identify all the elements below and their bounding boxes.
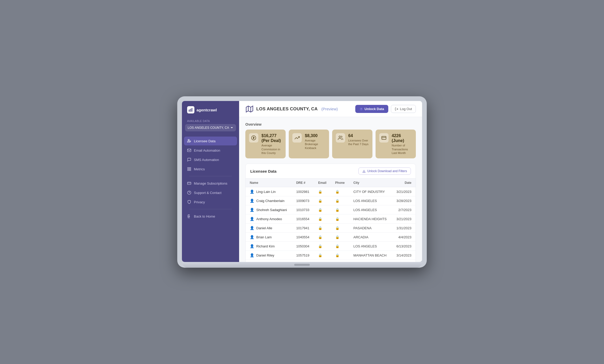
licensee-table: Name DRE # Email Phone City Date 👤 Li xyxy=(246,179,416,262)
unlock-data-button[interactable]: Unlock Data xyxy=(355,105,388,113)
credit-card-icon xyxy=(187,181,191,185)
logo-icon xyxy=(187,106,194,113)
person-icon: 👤 xyxy=(250,217,254,221)
stat-card-commission: $16,277 (Per Deal) Average Commission in… xyxy=(245,130,286,158)
stat-licensees-value: 64 xyxy=(348,133,369,138)
nav-divider xyxy=(189,176,232,176)
cell-dre: 1009073 xyxy=(292,196,314,205)
phone-lock-icon: 🔒 xyxy=(335,235,339,239)
table-row: 👤 Ling-Lain Lin 1002981 🔒 🔒 CITY OF INDU… xyxy=(246,187,416,196)
sidebar-item-licensee-data[interactable]: Licensee Data xyxy=(184,137,237,145)
cell-email: 🔒 xyxy=(314,214,331,224)
cell-email: 🔒 xyxy=(314,242,331,251)
svg-rect-19 xyxy=(382,136,386,139)
table-title: Licensee Data xyxy=(250,169,277,173)
svg-rect-2 xyxy=(192,108,192,111)
person-icon: 👤 xyxy=(250,199,254,203)
table-row: 👤 Craig Chamberlain 1009073 🔒 🔒 LOS ANGE… xyxy=(246,196,416,205)
stat-licensees-content: 64 Licensees Over the Past 7 Days xyxy=(348,133,369,146)
logout-button-label: Log Out xyxy=(400,107,412,111)
svg-rect-7 xyxy=(188,169,189,171)
card-icon xyxy=(379,133,389,143)
cell-phone: 🔒 xyxy=(331,233,349,242)
svg-point-18 xyxy=(339,136,341,138)
email-lock-icon: 🔒 xyxy=(318,190,322,194)
stat-transactions-value: 4226 (June) xyxy=(392,133,412,143)
help-circle-icon xyxy=(187,191,191,195)
col-city: City xyxy=(349,179,392,187)
sidebar-label-support: Support & Contact xyxy=(194,191,221,195)
lock-open-icon xyxy=(359,107,363,111)
svg-rect-5 xyxy=(189,167,191,169)
stat-kickback-value: $8,300 xyxy=(305,133,325,138)
cell-dre: 1010733 xyxy=(292,205,314,214)
col-date: Date xyxy=(392,179,416,187)
stat-licensees-label: Licensees Over the Past 7 Days xyxy=(348,139,369,146)
cell-date: 4/11/2023 xyxy=(392,260,416,262)
email-lock-icon: 🔒 xyxy=(318,235,322,239)
county-dropdown[interactable]: LOS ANGELES COUNTY, CA xyxy=(185,124,236,131)
licensee-table-section: Licensee Data Unlock Download and Filter… xyxy=(245,164,416,262)
sidebar-item-support[interactable]: Support & Contact xyxy=(184,188,237,197)
cell-dre: 1057519 xyxy=(292,251,314,260)
sidebar-item-back-home[interactable]: Back to Home xyxy=(184,212,237,221)
cell-name: 👤 Scott Kim xyxy=(246,260,292,262)
email-lock-icon: 🔒 xyxy=(318,244,322,248)
cell-name: 👤 Anthony Amodeo xyxy=(246,214,292,224)
trending-icon xyxy=(292,133,302,143)
phone-lock-icon: 🔒 xyxy=(335,199,339,203)
sidebar-item-manage-subscriptions[interactable]: Manage Subscriptions xyxy=(184,179,237,188)
phone-lock-icon: 🔒 xyxy=(335,244,339,248)
stat-card-licensees: 64 Licensees Over the Past 7 Days xyxy=(332,130,372,158)
unlock-button-label: Unlock Data xyxy=(365,107,384,111)
phone-lock-icon: 🔒 xyxy=(335,253,339,257)
table-row: 👤 Richard Kim 1050304 🔒 🔒 LOS ANGELES 6/… xyxy=(246,242,416,251)
sidebar-item-email-automation[interactable]: Email Automation xyxy=(184,146,237,155)
cell-name: 👤 Craig Chamberlain xyxy=(246,196,292,205)
preview-badge: (Preview) xyxy=(321,107,338,111)
unlock-filters-button[interactable]: Unlock Download and Filters xyxy=(358,167,411,175)
cell-dre: 1050304 xyxy=(292,242,314,251)
topbar-left: LOS ANGELES COUNTY, CA (Preview) xyxy=(245,105,338,113)
dollar-icon xyxy=(249,133,258,143)
cell-phone: 🔒 xyxy=(331,224,349,233)
table-head: Name DRE # Email Phone City Date xyxy=(246,179,416,187)
stat-card-kickback: $8,300 Average Brokerage Kickback xyxy=(289,130,329,158)
cell-city: HACIENDA HEIGHTS xyxy=(349,214,392,224)
stat-transactions-content: 4226 (June) Number of Transactions Last … xyxy=(392,133,412,155)
cell-dre: 1040554 xyxy=(292,233,314,242)
home-back-icon xyxy=(187,214,191,218)
cell-name: 👤 Brian Lam xyxy=(246,233,292,242)
table-row: 👤 Anthony Amodeo 1016554 🔒 🔒 HACIENDA HE… xyxy=(246,214,416,224)
person-icon: 👤 xyxy=(250,253,254,257)
logout-button[interactable]: Log Out xyxy=(391,105,416,113)
cell-city: ARCADIA xyxy=(349,233,392,242)
cell-phone: 🔒 xyxy=(331,242,349,251)
cell-date: 3/14/2023 xyxy=(392,251,416,260)
email-icon xyxy=(187,148,191,152)
cell-dre: 1016554 xyxy=(292,214,314,224)
stat-commission-value: $16,277 (Per Deal) xyxy=(261,133,282,143)
sidebar-item-metrics[interactable]: Metrics xyxy=(184,165,237,173)
col-email: Email xyxy=(314,179,331,187)
sidebar-item-sms-automation[interactable]: SMS Automation xyxy=(184,155,237,164)
metrics-icon xyxy=(187,167,191,171)
cell-phone: 🔒 xyxy=(331,187,349,196)
table-row: 👤 Brian Lam 1040554 🔒 🔒 ARCADIA 4/4/2023 xyxy=(246,233,416,242)
svg-rect-3 xyxy=(187,149,191,152)
col-name: Name xyxy=(246,179,292,187)
topbar: LOS ANGELES COUNTY, CA (Preview) Unlock … xyxy=(239,101,422,117)
col-phone: Phone xyxy=(331,179,349,187)
shield-icon xyxy=(187,200,191,204)
cell-date: 1/31/2023 xyxy=(392,224,416,233)
table-header-row: Name DRE # Email Phone City Date xyxy=(246,179,416,187)
cell-name: 👤 Daniel Alle xyxy=(246,224,292,233)
sidebar-item-privacy[interactable]: Privacy xyxy=(184,198,237,206)
person-icon: 👤 xyxy=(250,235,254,239)
stat-kickback-label: Average Brokerage Kickback xyxy=(305,139,325,150)
phone-lock-icon: 🔒 xyxy=(335,190,339,194)
email-lock-icon: 🔒 xyxy=(318,226,322,230)
topbar-right: Unlock Data Log Out xyxy=(355,105,416,113)
cell-email: 🔒 xyxy=(314,187,331,196)
cell-city: MANHATTAN BEACH xyxy=(349,251,392,260)
